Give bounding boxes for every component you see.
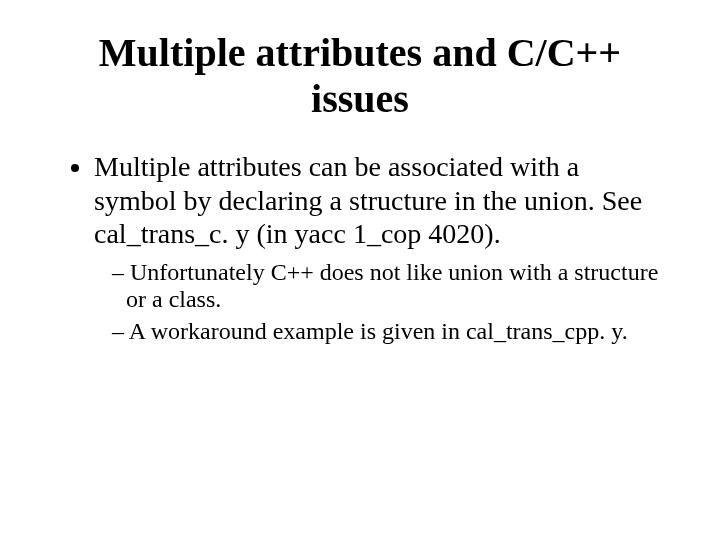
bullet-item-1: Multiple attributes can be associated wi… — [94, 150, 660, 346]
sub-bullet-1: Unfortunately C++ does not like union wi… — [112, 259, 660, 314]
bullet-item-1-text: Multiple attributes can be associated wi… — [94, 151, 642, 249]
sub-bullet-2: A workaround example is given in cal_tra… — [112, 318, 660, 346]
sub-bullet-1-text: Unfortunately C++ does not like union wi… — [126, 259, 658, 313]
bullet-list: Multiple attributes can be associated wi… — [60, 150, 660, 346]
sub-bullet-2-text: A workaround example is given in cal_tra… — [129, 318, 628, 344]
slide: Multiple attributes and C/C++ issues Mul… — [0, 0, 720, 540]
sub-bullet-list: Unfortunately C++ does not like union wi… — [94, 259, 660, 346]
slide-title: Multiple attributes and C/C++ issues — [60, 30, 660, 122]
